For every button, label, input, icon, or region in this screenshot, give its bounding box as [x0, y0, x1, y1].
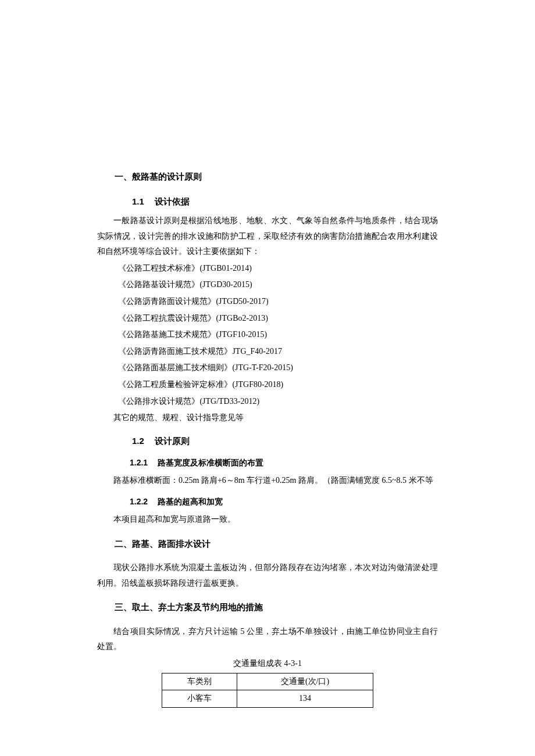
table-header-cell: 车类别: [162, 673, 237, 690]
heading-1-2-2: 1.2.2路基的超高和加宽: [97, 494, 438, 510]
reference-item: 《公路工程抗震设计规范》(JTGBo2-2013): [97, 311, 438, 327]
heading-1-2-text: 设计原则: [155, 436, 190, 446]
reference-item: 《公路路面基层施工技术细则》(JTG-T-F20-2015): [97, 360, 438, 376]
paragraph-1-1-tail: 其它的规范、规程、设计指导意见等: [97, 410, 438, 426]
heading-section-3: 三、取土、弃土方案及节约用地的措施: [97, 599, 438, 616]
paragraph-3-body: 结合项目实际情况，弃方只计运输 5 公里，弃土场不单独设计，由施工单位协同业主自…: [97, 624, 438, 655]
heading-1-2-1: 1.2.1路基宽度及标准横断面的布置: [97, 455, 438, 471]
table-cell: 小客车: [162, 690, 237, 708]
paragraph-1-1-intro: 一般路基设计原则是根据沿线地形、地貌、水文、气象等自然条件与地质条件，结合现场实…: [97, 213, 438, 260]
heading-1-2-2-num: 1.2.2: [113, 494, 148, 510]
table-header-cell: 交通量(次/口): [237, 673, 373, 690]
traffic-table: 车类别 交通量(次/口) 小客车 134: [162, 673, 373, 708]
heading-1-2-1-num: 1.2.1: [113, 455, 148, 471]
reference-item: 《公路沥青路面设计规范》(JTGD50-2017): [97, 294, 438, 310]
table-cell: 134: [237, 690, 373, 708]
reference-item: 《公路路基设计规范》(JTGD30-2015): [97, 277, 438, 293]
reference-item: 《公路排水设计规范》(JTG/TD33-2012): [97, 394, 438, 410]
heading-1-2-2-text: 路基的超高和加宽: [158, 497, 223, 506]
document-page: 一、般路基的设计原则 1.1设计依据 一般路基设计原则是根据沿线地形、地貌、水文…: [0, 0, 535, 756]
heading-1-1-text: 设计依据: [155, 196, 190, 206]
reference-item: 《公路沥青路面施工技术规范》JTG_F40-2017: [97, 344, 438, 360]
paragraph-1-2-2-body: 本项目超高和加宽与原道路一致。: [97, 512, 438, 528]
reference-item: 《公路工程质量检验评定标准》(JTGF80-2018): [97, 377, 438, 393]
table-caption: 交通量组成表 4-3-1: [97, 656, 438, 672]
heading-1-1: 1.1设计依据: [97, 194, 438, 210]
reference-item: 《公路路基施工技术规范》(JTGF10-2015): [97, 327, 438, 343]
heading-1-2: 1.2设计原则: [97, 433, 438, 450]
heading-section-2: 二、路基、路面排水设计: [97, 536, 438, 553]
heading-section-1: 一、般路基的设计原则: [97, 169, 438, 185]
reference-item: 《公路工程技术标准》(JTGB01-2014): [97, 261, 438, 277]
paragraph-2-body: 现状公路排水系统为混凝土盖板边沟，但部分路段存在边沟堵塞，本次对边沟做清淤处理利…: [97, 560, 438, 591]
heading-1-2-1-text: 路基宽度及标准横断面的布置: [158, 458, 263, 467]
heading-1-2-num: 1.2: [115, 433, 144, 450]
table-header-row: 车类别 交通量(次/口): [162, 673, 373, 690]
references-list: 《公路工程技术标准》(JTGB01-2014) 《公路路基设计规范》(JTGD3…: [97, 261, 438, 409]
heading-1-1-num: 1.1: [115, 194, 144, 210]
paragraph-1-2-1-body: 路基标准横断面：0.25m 路肩+6～8m 车行道+0.25m 路肩。（路面满铺…: [97, 473, 438, 489]
table-row: 小客车 134: [162, 690, 373, 708]
